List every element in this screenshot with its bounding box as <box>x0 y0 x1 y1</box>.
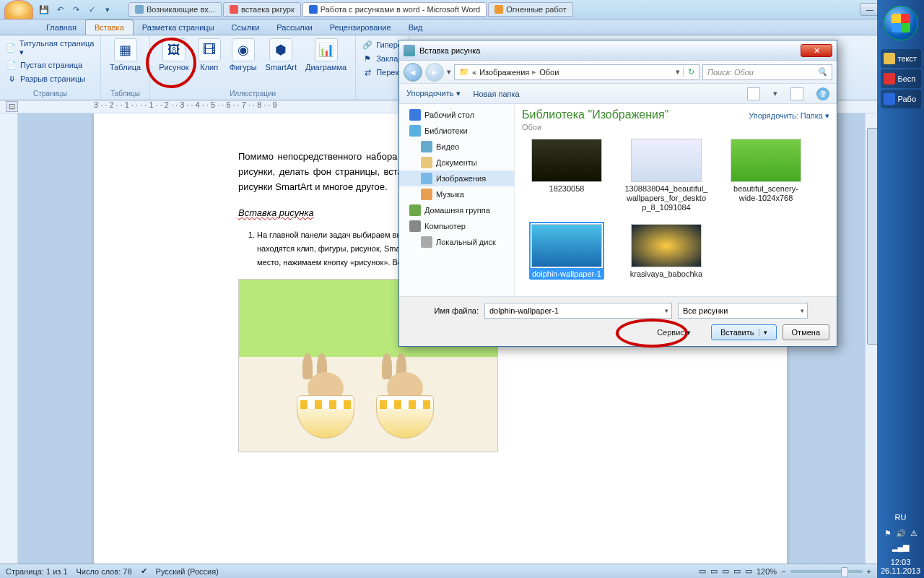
zoom-value[interactable]: 120% <box>757 567 777 576</box>
tools-button[interactable]: Сервис ▾ <box>657 328 691 337</box>
file-thumbnail[interactable]: krasivaya_babochka <box>622 224 711 280</box>
view-outline-icon[interactable]: ▭ <box>733 566 741 576</box>
filename-label: Имя файла: <box>406 306 479 315</box>
tree-item[interactable]: Домашняя группа <box>399 202 514 218</box>
tray-signal-icon[interactable]: ▂▄▆ <box>892 543 910 552</box>
zoom-slider[interactable] <box>790 570 863 573</box>
search-input[interactable]: Поиск: Обои 🔍 <box>702 64 832 80</box>
ribbon-tab[interactable]: Разметка страницы <box>134 20 223 35</box>
nav-forward-button[interactable]: ► <box>425 63 444 82</box>
sort-control[interactable]: Упорядочить: Папка ▾ <box>749 111 829 121</box>
zoom-out-button[interactable]: − <box>781 567 785 576</box>
tree-item[interactable]: Музыка <box>399 186 514 202</box>
ribbon-tab[interactable]: Рассылки <box>268 20 321 35</box>
file-thumbnail[interactable]: 18230058 <box>522 139 611 214</box>
ribbon-tab[interactable]: Вид <box>400 20 432 35</box>
insert-shapes-button[interactable]: ◉Фигуры <box>225 37 261 73</box>
tree-item[interactable]: Рабочий стол <box>399 107 514 123</box>
chevron-down-icon[interactable]: ▾ <box>773 89 777 98</box>
insert-chart-button[interactable]: 📊Диаграмма <box>301 37 351 73</box>
nav-history-icon[interactable]: ▾ <box>447 67 451 77</box>
bookmark-button[interactable]: ⚑Заклад <box>360 52 404 65</box>
organize-button[interactable]: Упорядочить ▾ <box>406 89 461 98</box>
cancel-button[interactable]: Отмена <box>783 324 829 340</box>
tree-item[interactable]: Локальный диск <box>399 234 514 250</box>
insert-button[interactable]: Вставить <box>711 324 777 340</box>
tray-icons: ⚑ 🔊 ⚠ <box>884 529 918 538</box>
tab-favicon-icon <box>230 5 238 14</box>
tray-flag-icon[interactable]: ⚑ <box>884 529 892 538</box>
ribbon-tab[interactable]: Вставка <box>85 20 134 35</box>
blank-page-button[interactable]: 📄Пустая страница <box>4 59 84 72</box>
tree-item[interactable]: Компьютер <box>399 218 514 234</box>
insert-smartart-button[interactable]: ⬢SmartArt <box>261 37 301 73</box>
new-folder-button[interactable]: Новая папка <box>474 90 520 98</box>
cover-page-button[interactable]: 📄Титульная страница ▾ <box>4 38 96 58</box>
status-lang[interactable]: Русский (Россия) <box>156 567 219 576</box>
view-web-icon[interactable]: ▭ <box>722 566 729 576</box>
window-tab[interactable]: Огненные работ <box>488 2 572 17</box>
vertical-scrollbar[interactable] <box>865 113 877 564</box>
tray-volume-icon[interactable]: 🔊 <box>896 529 906 538</box>
vertical-ruler[interactable] <box>0 113 18 564</box>
tree-item[interactable]: Документы <box>399 155 514 171</box>
qat-more-icon[interactable]: ▾ <box>101 3 114 16</box>
taskbar-item[interactable]: Рабо <box>881 90 921 108</box>
insert-table-button[interactable]: ▦ Таблица <box>105 37 145 73</box>
ribbon-tab[interactable]: Главная <box>38 20 85 35</box>
navigation-tree: Рабочий столБиблиотекиВидеоДокументыИзоб… <box>399 104 515 296</box>
tray-lang[interactable]: RU <box>895 513 907 522</box>
refresh-icon[interactable]: ↻ <box>683 67 694 77</box>
taskbar-item[interactable]: Бесп <box>881 69 921 88</box>
ribbon-tab[interactable]: Ссылки <box>223 20 269 35</box>
folder-icon <box>421 173 432 184</box>
library-subtitle: Обои <box>515 123 837 136</box>
breadcrumb[interactable]: 📁 « Изображения ▸ Обои ▾ ↻ <box>454 64 699 80</box>
preview-pane-button[interactable] <box>790 87 803 100</box>
dialog-close-button[interactable]: ✕ <box>801 44 832 57</box>
zoom-in-button[interactable]: + <box>867 567 871 576</box>
qat-undo-icon[interactable]: ↶ <box>53 3 66 16</box>
status-proof-icon[interactable]: ✔ <box>141 566 147 576</box>
view-print-icon[interactable]: ▭ <box>699 566 706 576</box>
taskbar-item[interactable]: текст <box>881 49 921 68</box>
title-bar: 💾 ↶ ↷ ✓ ▾ Возникающие вх...встаека ркгур… <box>0 0 924 20</box>
qat-save-icon[interactable]: 💾 <box>38 3 51 16</box>
hyperlink-button[interactable]: 🔗Гиперс <box>360 38 403 51</box>
insert-picture-button[interactable]: 🖼Рисунок <box>154 37 193 73</box>
chevron-down-icon[interactable]: ▾ <box>676 67 680 77</box>
folder-icon <box>421 236 432 248</box>
view-draft-icon[interactable]: ▭ <box>745 566 752 576</box>
tray-clock[interactable]: 12:03 26.11.2013 <box>881 553 920 578</box>
ribbon-tab[interactable]: Рецензирование <box>321 20 400 35</box>
ribbon-icon: 📊 <box>315 38 338 61</box>
dialog-titlebar[interactable]: Вставка рисунка ✕ <box>399 40 837 61</box>
qat-redo-icon[interactable]: ↷ <box>69 3 82 16</box>
tree-item[interactable]: Видео <box>399 139 514 155</box>
status-words[interactable]: Число слов: 78 <box>77 567 132 576</box>
insert-clip-button[interactable]: 🎞Клип <box>193 37 225 73</box>
page-break-button[interactable]: ⤋Разрыв страницы <box>4 72 87 85</box>
filename-input[interactable]: dolphin-wallpaper-1 <box>484 303 672 319</box>
office-button[interactable] <box>4 0 33 20</box>
breadcrumb-item[interactable]: Изображения <box>479 68 529 77</box>
qat-spell-icon[interactable]: ✓ <box>85 3 98 16</box>
file-thumbnail[interactable]: dolphin-wallpaper-1 <box>522 224 611 280</box>
bookmark-icon: ⚑ <box>362 53 373 64</box>
view-options-button[interactable] <box>747 87 760 100</box>
window-tab[interactable]: встаека ркгурк <box>223 2 301 17</box>
tray-network-icon[interactable]: ⚠ <box>910 529 918 538</box>
filter-select[interactable]: Все рисунки <box>678 303 808 319</box>
file-thumbnail[interactable]: beautiful_scenery-wide-1024x768 <box>721 139 811 214</box>
window-tab[interactable]: Работа с рисунками в word - Microsoft Wo… <box>302 2 487 17</box>
nav-back-button[interactable]: ◄ <box>404 63 422 82</box>
window-tab[interactable]: Возникающие вх... <box>128 2 222 17</box>
tree-item[interactable]: Библиотеки <box>399 123 514 139</box>
tree-item[interactable]: Изображения <box>399 171 514 186</box>
start-button[interactable] <box>884 6 918 40</box>
file-thumbnail[interactable]: 1308838044_beautiful_wallpapers_for_desk… <box>622 139 711 214</box>
help-icon[interactable]: ? <box>816 87 829 100</box>
view-read-icon[interactable]: ▭ <box>710 566 718 576</box>
breadcrumb-item[interactable]: Обои <box>539 68 559 77</box>
status-page[interactable]: Страница: 1 из 1 <box>6 567 68 576</box>
